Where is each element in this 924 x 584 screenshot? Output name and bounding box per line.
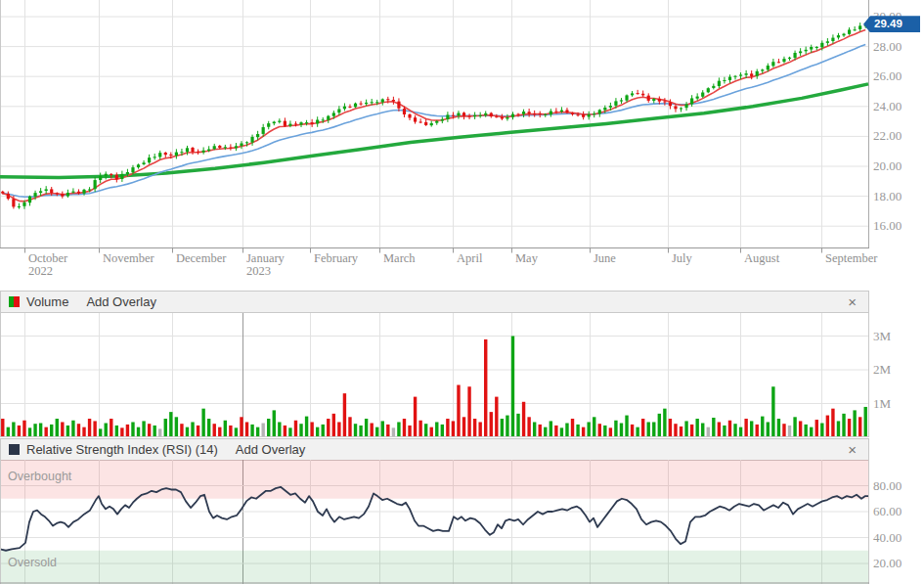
oversold-label: Oversold xyxy=(8,556,57,569)
rsi-panel-header: Relative Strength Index (RSI) (14) Add O… xyxy=(0,438,869,461)
month-label: February xyxy=(314,252,358,265)
price-axis-label: 18.00 xyxy=(873,189,902,204)
last-price-badge: 29.49 xyxy=(863,16,920,32)
volume-chart-canvas[interactable] xyxy=(0,313,869,438)
rsi-chart-canvas[interactable] xyxy=(0,460,869,584)
volume-panel-title: Volume xyxy=(26,294,68,309)
rsi-axis-label: 20.00 xyxy=(873,556,902,571)
price-axis-label: 28.00 xyxy=(873,39,902,55)
month-label: October2022 xyxy=(28,252,67,278)
rsi-axis-label: 40.00 xyxy=(873,530,902,546)
rsi-legend-icon xyxy=(9,444,20,455)
rsi-close-icon[interactable]: × xyxy=(848,442,857,457)
price-chart-canvas[interactable] xyxy=(0,0,924,254)
price-axis-label: 16.00 xyxy=(873,218,902,234)
price-axis-label: 22.00 xyxy=(873,128,902,144)
rsi-axis-label: 60.00 xyxy=(873,504,902,519)
month-label: September xyxy=(825,252,877,265)
month-label: July xyxy=(672,252,692,265)
price-axis-label: 26.00 xyxy=(873,68,902,84)
volume-panel-header: Volume Add Overlay × xyxy=(0,291,869,313)
month-label: November xyxy=(103,252,154,265)
month-label: April xyxy=(457,252,482,265)
month-label: March xyxy=(383,252,416,265)
rsi-axis-label: 80.00 xyxy=(873,478,902,494)
stock-chart-app: 29.49 30.0028.0026.0024.0022.0020.0018.0… xyxy=(0,0,924,584)
month-label: June xyxy=(594,252,616,265)
rsi-panel-title: Relative Strength Index (RSI) (14) xyxy=(26,442,218,457)
volume-axis-label: 2M xyxy=(873,362,891,378)
overbought-label: Overbought xyxy=(8,470,71,483)
volume-legend-icon xyxy=(9,296,20,307)
volume-axis-label: 1M xyxy=(873,396,891,412)
volume-axis-label: 3M xyxy=(873,329,891,344)
rsi-add-overlay-link[interactable]: Add Overlay xyxy=(236,442,306,457)
price-axis-label: 24.00 xyxy=(873,99,902,114)
volume-close-icon[interactable]: × xyxy=(848,294,857,309)
month-label: January2023 xyxy=(246,252,285,278)
month-label: December xyxy=(176,252,226,265)
volume-add-overlay-link[interactable]: Add Overlay xyxy=(86,294,156,309)
month-label: May xyxy=(515,252,538,265)
month-label: August xyxy=(744,252,779,265)
price-axis-label: 20.00 xyxy=(873,158,902,174)
